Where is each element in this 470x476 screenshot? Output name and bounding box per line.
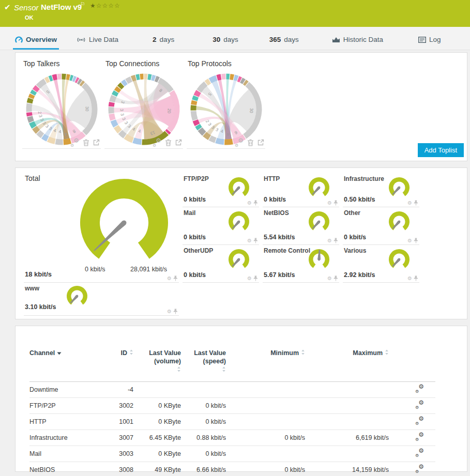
- column-header-channel[interactable]: Channel: [29, 326, 107, 381]
- total-gauge: [69, 175, 180, 266]
- priority-stars[interactable]: ★☆☆☆☆: [90, 2, 120, 9]
- tab-log[interactable]: Log: [416, 36, 443, 50]
- tab-365-days[interactable]: 365days: [267, 36, 301, 50]
- add-toplist-button[interactable]: Add Toplist: [418, 143, 464, 157]
- external-link-icon[interactable]: [175, 139, 182, 146]
- cell-min: [226, 413, 305, 429]
- trash-icon[interactable]: [83, 139, 89, 146]
- toplist-title: Top Protocols: [187, 59, 265, 71]
- sort-icon[interactable]: [222, 366, 226, 374]
- channel-settings[interactable]: ⚙⚙: [389, 446, 435, 462]
- column-header-last-value-speed-[interactable]: Last Value (speed): [181, 326, 226, 381]
- channel-gauge: [307, 211, 331, 233]
- gear-icon[interactable]: ⚙: [407, 275, 412, 281]
- channel-settings[interactable]: ⚙⚙: [389, 397, 435, 413]
- sort-icon[interactable]: [385, 349, 389, 357]
- tab-number: 30: [213, 36, 220, 43]
- sort-icon[interactable]: [301, 349, 305, 357]
- gear-icon[interactable]: ⚙: [167, 275, 172, 281]
- gauge-settings[interactable]: ⚙: [247, 238, 258, 243]
- channel-settings[interactable]: ⚙⚙: [389, 381, 435, 397]
- column-header-last-value-volume-[interactable]: Last Value (volume): [133, 326, 181, 381]
- gauge-settings[interactable]: ⚙: [327, 275, 338, 281]
- gauge-value: 3.10 kbit/s: [25, 303, 56, 311]
- toplist-title: Top Talkers: [22, 59, 101, 71]
- cell-id: -4: [107, 381, 133, 397]
- tab-bar: OverviewLive Data2days30days365daysHisto…: [0, 27, 470, 50]
- gauge-value: 2.92 kbit/s: [344, 271, 375, 279]
- toplists-panel: Top Talkers3084443333325⚙⚙Top Connection…: [15, 52, 467, 161]
- channel-settings[interactable]: ⚙⚙: [389, 462, 435, 476]
- gears-icon[interactable]: ⚙⚙: [415, 433, 424, 440]
- gears-icon[interactable]: ⚙⚙: [153, 139, 161, 146]
- gear-icon[interactable]: ⚙: [327, 275, 332, 281]
- gauge-settings[interactable]: ⚙: [167, 309, 178, 314]
- gear-icon[interactable]: ⚙: [167, 309, 172, 314]
- sort-icon[interactable]: [177, 366, 181, 374]
- gauge-other: Other0 kbit/s⚙: [343, 207, 419, 245]
- external-link-icon[interactable]: [257, 139, 264, 146]
- gear-icon[interactable]: ⚙: [407, 200, 412, 206]
- gear-icon[interactable]: ⚙: [407, 238, 412, 243]
- toplist-top-talkers: Top Talkers3084443333325⚙⚙: [22, 59, 101, 149]
- tab-historic-data[interactable]: Historic Data: [330, 36, 385, 50]
- sensor-name: NetFlow v9: [41, 3, 82, 11]
- trash-icon[interactable]: [247, 139, 254, 146]
- gauge-settings[interactable]: ⚙: [327, 238, 338, 243]
- cell-max: 6,619 kbit/s: [305, 429, 389, 446]
- gears-icon[interactable]: ⚙⚙: [415, 401, 424, 408]
- column-header-id[interactable]: ID: [107, 326, 133, 381]
- gauges-panel: Total 0 kbit/s 28,091 kbit/s 18 kbit/s ⚙…: [15, 167, 467, 319]
- gears-icon[interactable]: ⚙⚙: [235, 139, 244, 146]
- sort-icon[interactable]: [129, 349, 133, 357]
- gears-icon[interactable]: ⚙⚙: [415, 465, 424, 472]
- gear-icon[interactable]: ⚙: [327, 238, 332, 243]
- gauge-title: Infrastructure: [344, 175, 384, 182]
- tab-overview[interactable]: Overview: [13, 36, 59, 50]
- gears-icon[interactable]: ⚙⚙: [415, 449, 424, 456]
- cell-speed: 0 kbit/s: [181, 413, 226, 429]
- gears-icon[interactable]: ⚙⚙: [70, 139, 79, 146]
- gear-icon[interactable]: ⚙: [247, 275, 252, 281]
- gauge-value: 5.54 kbit/s: [264, 234, 295, 241]
- gauge-value: 0 kbit/s: [184, 234, 206, 241]
- trash-icon[interactable]: [165, 139, 172, 146]
- sensor-status-bar: ✔ Sensor NetFlow v9 ⚐ ★☆☆☆☆ OK: [0, 0, 470, 27]
- toplist-title: Top Connections: [104, 59, 183, 71]
- gears-icon[interactable]: ⚙⚙: [415, 385, 424, 392]
- historic-icon: [332, 36, 340, 43]
- gauge-settings[interactable]: ⚙: [247, 275, 258, 281]
- channel-table-panel: ChannelIDLast Value (volume)Last Value (…: [15, 326, 467, 472]
- gauge-settings[interactable]: ⚙: [407, 200, 418, 206]
- gauge-settings[interactable]: ⚙: [247, 200, 258, 206]
- tab-2-days[interactable]: 2days: [150, 36, 176, 50]
- column-header-minimum[interactable]: Minimum: [226, 326, 305, 381]
- gear-icon[interactable]: ⚙: [327, 200, 332, 206]
- flag-icon[interactable]: ⚐: [80, 1, 85, 8]
- pin-icon[interactable]: [173, 275, 178, 281]
- column-label: Last Value (volume): [133, 349, 181, 366]
- table-row-infrastructure: Infrastructure30076.45 KByte0.88 kbit/s0…: [29, 429, 435, 446]
- channel-settings[interactable]: ⚙⚙: [389, 429, 435, 446]
- gauge-settings[interactable]: ⚙: [407, 275, 418, 281]
- sort-icon[interactable]: [57, 349, 62, 357]
- gauge-settings[interactable]: ⚙: [407, 238, 418, 243]
- cell-min: 0 kbit/s: [226, 462, 305, 476]
- sensor-overview-page: ✔ Sensor NetFlow v9 ⚐ ★☆☆☆☆ OK OverviewL…: [0, 0, 470, 476]
- gears-icon[interactable]: ⚙⚙: [415, 417, 424, 424]
- cell-volume: 0 KByte: [133, 446, 181, 462]
- column-header-maximum[interactable]: Maximum: [305, 326, 389, 381]
- gauge-value: 0 kbit/s: [184, 271, 206, 279]
- tab-30-days[interactable]: 30days: [210, 36, 240, 50]
- total-gauge-settings[interactable]: ⚙: [167, 275, 178, 281]
- channel-gauge: [65, 285, 89, 308]
- gauge-settings[interactable]: ⚙: [327, 200, 338, 206]
- channel-settings[interactable]: ⚙⚙: [389, 413, 435, 429]
- gear-icon[interactable]: ⚙: [247, 238, 252, 243]
- cell-max: 14,159 kbit/s: [305, 462, 389, 476]
- external-link-icon[interactable]: [93, 139, 100, 146]
- table-row-mail: Mail30030 KByte0 kbit/s⚙⚙: [29, 446, 435, 462]
- gear-icon[interactable]: ⚙: [247, 200, 252, 206]
- tab-live-data[interactable]: Live Data: [74, 36, 120, 50]
- toplist-top-protocols: Top Protocols3064433325⚙⚙: [187, 59, 265, 149]
